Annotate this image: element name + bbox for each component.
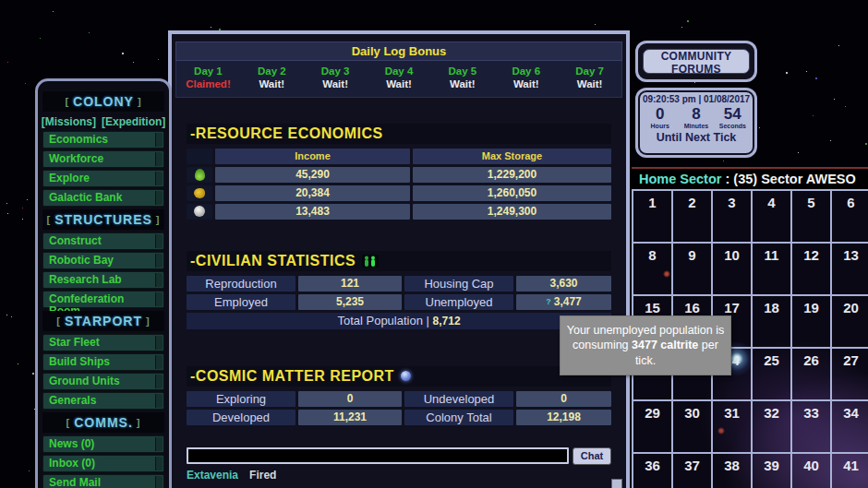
sector-cell-8[interactable]: 8	[633, 244, 673, 296]
sector-name: : (35) Sector AWESO	[721, 172, 855, 186]
sector-cell-30[interactable]: 30	[673, 401, 713, 454]
until-next-tick-label: Until Next Tick	[642, 131, 751, 144]
sector-cell-13[interactable]: 13	[832, 244, 868, 296]
sector-cell-31[interactable]: 31	[713, 401, 753, 454]
star	[786, 72, 788, 74]
storage-value: 1,249,300	[413, 204, 611, 220]
sidebar-item-explore[interactable]: Explore	[42, 170, 164, 187]
star	[845, 106, 846, 107]
chat-bar: Chat	[187, 447, 611, 465]
sector-cell-3[interactable]: 3	[713, 191, 753, 244]
sidebar-link-missions[interactable]: [Missions]	[42, 115, 96, 128]
community-forums-button[interactable]: COMMUNITY FORUMS	[643, 49, 750, 74]
sidebar-item-build-ships[interactable]: Build Ships	[42, 353, 164, 371]
sector-cell-29[interactable]: 29	[633, 401, 673, 454]
star	[865, 143, 867, 145]
resource-icon-cell	[187, 204, 212, 220]
sector-cell-1[interactable]: 1	[633, 191, 673, 244]
star	[29, 470, 30, 471]
stat-value: 11,231	[298, 410, 402, 425]
sidebar-item-generals[interactable]: Generals	[42, 392, 164, 410]
daily-log-day-3[interactable]: Day 3Wait!	[304, 65, 368, 91]
sector-cell-25[interactable]: 25	[753, 349, 792, 401]
daily-log-day-5[interactable]: Day 5Wait!	[430, 65, 494, 91]
daily-log-day-7[interactable]: Day 7Wait!	[558, 65, 621, 91]
sector-cell-34[interactable]: 34	[832, 401, 868, 454]
sector-cell-10[interactable]: 10	[713, 244, 753, 296]
sector-cell-11[interactable]: 11	[753, 244, 792, 296]
sidebar-item-economics[interactable]: Economics	[42, 131, 164, 149]
total-population-value: 8,712	[433, 315, 461, 327]
column-blank	[187, 149, 212, 164]
sidebar-item-inbox-0[interactable]: Inbox (0)	[42, 455, 164, 472]
resource-economics-header: -RESOURCE ECONOMICS	[187, 124, 611, 144]
sector-cell-36[interactable]: 36	[633, 454, 673, 488]
sidebar-item-send-mail[interactable]: Send Mail	[42, 474, 164, 488]
cosmic-orb-icon	[401, 371, 411, 381]
star	[40, 38, 41, 39]
sector-cell-9[interactable]: 9	[673, 244, 713, 296]
sector-cell-40[interactable]: 40	[792, 454, 832, 488]
sector-cell-37[interactable]: 37	[673, 454, 713, 488]
column-income: Income	[215, 149, 410, 164]
sidebar-item-workforce[interactable]: Workforce	[42, 150, 164, 168]
info-icon[interactable]: ?	[546, 297, 551, 306]
sector-cell-41[interactable]: 41	[832, 454, 868, 488]
sector-cell-4[interactable]: 4	[753, 191, 792, 244]
star	[6, 203, 7, 204]
sector-cell-19[interactable]: 19	[792, 296, 832, 349]
day-status: Claimed!	[176, 77, 240, 90]
sector-cell-2[interactable]: 2	[673, 191, 713, 244]
sidebar-item-ground-units[interactable]: Ground Units	[42, 373, 164, 390]
unemployed-tooltip: Your unemployed population is consuming …	[561, 316, 730, 375]
sidebar-item-construct[interactable]: Construct	[42, 232, 164, 250]
sector-cell-39[interactable]: 39	[753, 454, 792, 488]
stat-label: Developed	[187, 410, 295, 425]
sector-cell-20[interactable]: 20	[832, 296, 868, 349]
sector-cell-32[interactable]: 32	[753, 401, 792, 454]
resource-icon-cell	[187, 167, 212, 183]
sector-cell-18[interactable]: 18	[753, 296, 792, 349]
sidebar-item-robotic-bay[interactable]: Robotic Bay	[42, 252, 164, 269]
clock-datetime: 09:20:53 pm | 01/08/2017	[642, 94, 751, 104]
stat-label: Exploring	[187, 391, 295, 407]
sector-cell-33[interactable]: 33	[792, 401, 832, 454]
star	[838, 45, 839, 46]
sidebar-item-news-0[interactable]: News (0)	[42, 435, 164, 453]
chat-button[interactable]: Chat	[573, 447, 611, 465]
daily-log-title: Daily Log Bonus	[175, 42, 622, 61]
sector-cell-5[interactable]: 5	[792, 191, 832, 244]
sidebar-item-star-fleet[interactable]: Star Fleet	[42, 334, 164, 351]
star	[798, 152, 799, 153]
sector-cell-38[interactable]: 38	[713, 454, 753, 488]
sector-cell-6[interactable]: 6	[832, 191, 868, 244]
day-label: Day 5	[430, 65, 494, 77]
chat-scrollbar[interactable]	[611, 479, 622, 488]
stat-value: 3,630	[516, 276, 611, 292]
star	[158, 59, 159, 60]
sector-cell-12[interactable]: 12	[792, 244, 832, 296]
sidebar-item-confederation-room[interactable]: Confederation Room	[42, 291, 164, 308]
colony-overview-panel: Daily Log Bonus Day 1Claimed!Day 2Wait!D…	[168, 30, 630, 488]
chat-username[interactable]: Extavenia	[187, 469, 238, 482]
sidebar-header-comms: [COMMS.]	[42, 412, 164, 433]
daily-log-day-4[interactable]: Day 4Wait!	[368, 65, 431, 91]
sidebar-link-expedition[interactable]: [Expedition]	[102, 115, 165, 128]
daily-log-day-1[interactable]: Day 1Claimed!	[176, 65, 240, 91]
seconds-label: Seconds	[715, 123, 751, 129]
sidebar-item-research-lab[interactable]: Research Lab	[42, 271, 164, 289]
day-label: Day 2	[240, 65, 304, 77]
sector-cell-27[interactable]: 27	[832, 349, 868, 401]
star	[22, 219, 23, 220]
star	[681, 27, 682, 28]
income-value: 13,483	[215, 204, 410, 220]
sector-cell-26[interactable]: 26	[792, 349, 832, 401]
sidebar-item-galactic-bank[interactable]: Galactic Bank	[42, 189, 164, 207]
daily-log-day-6[interactable]: Day 6Wait!	[494, 65, 558, 91]
resource-economics-table: Income Max Storage 45,290 1,229,200 20,3…	[187, 149, 611, 220]
sidebar-links-row: [Missions][Expedition]	[42, 114, 164, 129]
star	[834, 99, 835, 100]
stat-value: 0	[516, 391, 611, 407]
daily-log-day-2[interactable]: Day 2Wait!	[240, 65, 304, 91]
chat-input[interactable]	[187, 447, 569, 464]
